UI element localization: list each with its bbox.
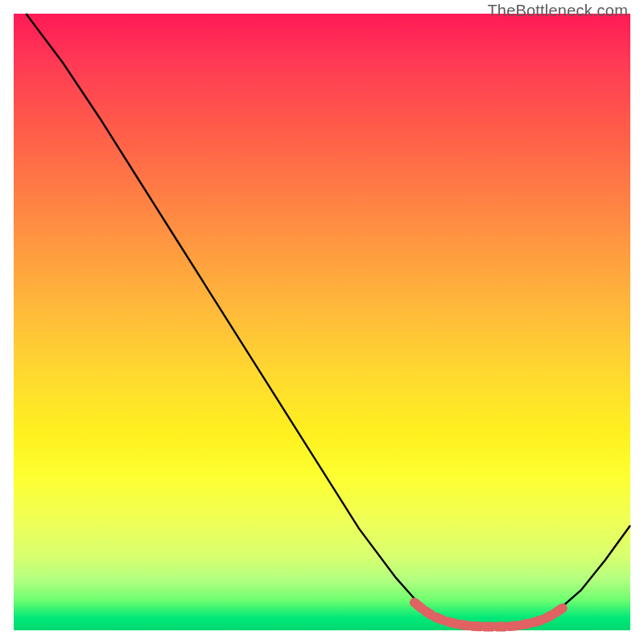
- highlight-marker-segment: [546, 615, 551, 618]
- highlight-marker-segment: [535, 620, 542, 622]
- bottleneck-curve-line: [26, 14, 630, 626]
- chart-container: TheBottleneck.com: [0, 0, 644, 644]
- highlight-marker-segment: [460, 625, 468, 625]
- highlight-marker-dot: [558, 603, 568, 613]
- watermark-text: TheBottleneck.com: [487, 2, 628, 20]
- highlight-marker-dot: [410, 598, 419, 608]
- highlight-marker-segment: [448, 621, 455, 623]
- highlight-marker-segment: [510, 625, 517, 626]
- chart-svg: [0, 0, 644, 644]
- highlight-marker-segment: [436, 617, 443, 621]
- highlight-marker-segment: [426, 611, 431, 615]
- highlight-markers-group: [410, 598, 568, 627]
- highlight-marker-segment: [522, 623, 529, 625]
